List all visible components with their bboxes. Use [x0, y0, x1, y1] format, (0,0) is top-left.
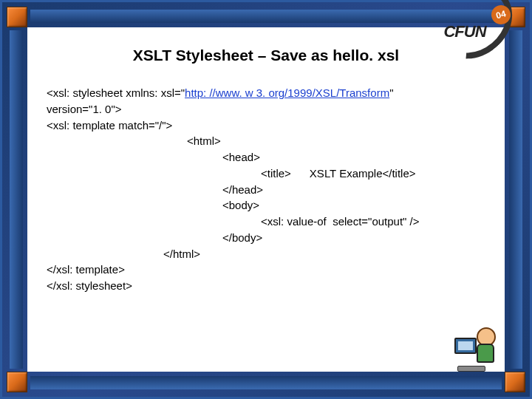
slide-frame: CFUN 04 XSLT Stylesheet – Save as hello.… [0, 0, 532, 399]
slide-body: CFUN 04 XSLT Stylesheet – Save as hello.… [27, 27, 505, 372]
code-line: </body> [47, 230, 485, 246]
cfun-logo: CFUN 04 [420, 10, 509, 54]
mascot-icon [450, 324, 502, 376]
frame-edge-right [509, 30, 522, 369]
monitor-icon [454, 338, 477, 354]
code-text: " [389, 86, 393, 99]
code-text: <xsl: stylesheet xmlns: xsl=" [47, 86, 185, 99]
code-block: <xsl: stylesheet xmlns: xsl="http: //www… [47, 85, 485, 294]
code-line: <html> [47, 133, 485, 149]
logo-text: CFUN [443, 22, 485, 41]
code-line: <head> [47, 149, 485, 166]
code-line: </xsl: stylesheet> [47, 278, 485, 294]
code-line: version="1. 0"> [47, 101, 485, 117]
code-line: <xsl: template match="/"> [47, 117, 485, 134]
code-line: </html> [47, 246, 485, 262]
code-line: </xsl: template> [47, 262, 485, 278]
frame-corner-tl [7, 7, 27, 27]
frame-edge-bottom [30, 376, 502, 389]
code-line: <xsl: stylesheet xmlns: xsl="http: //www… [47, 85, 485, 101]
frame-corner-bl [7, 372, 27, 392]
code-line: <body> [47, 197, 485, 214]
xslt-namespace-link[interactable]: http: //www. w 3. org/1999/XSL/Transform [185, 86, 389, 99]
code-line: </head> [47, 182, 485, 198]
code-line: <xsl: value-of select="output" /> [47, 214, 485, 230]
keyboard-icon [457, 366, 485, 372]
code-line: <title> XSLT Example</title> [47, 166, 485, 182]
mascot-body-icon [477, 344, 494, 363]
frame-edge-left [10, 30, 23, 369]
slide-title: XSLT Stylesheet – Save as hello. xsl [47, 47, 485, 64]
frame-corner-br [505, 372, 525, 392]
